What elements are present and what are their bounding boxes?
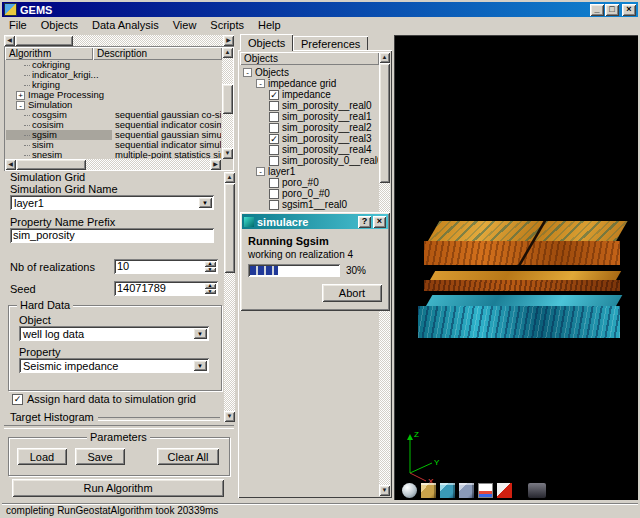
objects-tree-item[interactable]: -impedance grid [241, 78, 378, 89]
algorithm-list-hscrollbar[interactable]: ◀ ▶ [5, 159, 221, 170]
algorithm-row[interactable]: sgsimsequential gaussian simulation [6, 130, 221, 140]
algorithm-row[interactable]: sisimsequential indicator simulation [6, 140, 221, 150]
object-combobox[interactable]: well log data ▼ [19, 326, 209, 341]
menu-item-file[interactable]: File [2, 18, 34, 32]
export-icon[interactable] [497, 483, 512, 498]
menu-item-data-analysis[interactable]: Data Analysis [85, 18, 166, 32]
objects-tree-item[interactable]: -Objects [241, 67, 378, 78]
help-button[interactable]: ? [358, 216, 371, 228]
algorithm-row[interactable]: -Simulation [6, 100, 221, 110]
dialog-close-button[interactable]: × [373, 216, 386, 228]
scrollbar-track[interactable] [222, 58, 233, 148]
close-button[interactable]: × [622, 4, 636, 16]
algorithm-row[interactable]: cosgsimsequential gaussian co-simulation [6, 110, 221, 120]
chevron-down-icon[interactable]: ▼ [198, 197, 212, 208]
scroll-down-icon[interactable]: ▼ [222, 148, 233, 159]
clear-all-button[interactable]: Clear All [157, 448, 219, 465]
menu-item-view[interactable]: View [166, 18, 204, 32]
item-checkbox[interactable] [269, 101, 279, 111]
item-checkbox[interactable] [269, 178, 279, 188]
cube-gray-icon[interactable] [459, 483, 474, 498]
item-checkbox[interactable] [269, 189, 279, 199]
run-algorithm-button[interactable]: Run Algorithm [12, 479, 224, 497]
prefix-input[interactable] [10, 228, 214, 241]
menu-item-objects[interactable]: Objects [34, 18, 85, 32]
snapshot-icon[interactable] [478, 483, 493, 498]
scrollbar-thumb[interactable] [379, 63, 390, 183]
cube-blue-icon[interactable] [440, 483, 455, 498]
objects-tree-item[interactable]: sim_porosity__real4 [241, 144, 378, 155]
column-header-algorithm[interactable]: Algorithm [5, 47, 93, 60]
globe-icon[interactable] [402, 483, 417, 498]
tree-expander-icon[interactable]: - [256, 167, 265, 176]
menu-item-help[interactable]: Help [251, 18, 288, 32]
scroll-right-icon[interactable]: ▶ [210, 159, 221, 170]
tab-preferences[interactable]: Preferences [293, 36, 368, 51]
tree-expander-icon[interactable]: - [16, 101, 25, 110]
objects-tree-item[interactable]: poro_#0 [241, 177, 378, 188]
scrollbar-thumb[interactable] [16, 159, 86, 170]
chevron-down-icon[interactable]: ▼ [193, 328, 207, 339]
tree-expander-icon[interactable]: + [16, 91, 25, 100]
scrollbar-thumb[interactable] [222, 84, 233, 114]
minimize-button[interactable]: _ [590, 4, 604, 16]
spin-down-icon[interactable]: ▼ [204, 267, 216, 273]
tree-expander-icon[interactable]: - [243, 68, 252, 77]
assign-checkbox[interactable]: ✓ [12, 394, 23, 405]
save-button[interactable]: Save [75, 448, 125, 465]
scroll-right-icon[interactable]: ▶ [223, 35, 234, 46]
item-checkbox[interactable] [269, 200, 279, 210]
algorithm-row[interactable]: cosisimsequential indicator cosimulation [6, 120, 221, 130]
maximize-button[interactable]: □ [605, 4, 619, 16]
item-checkbox[interactable] [269, 123, 279, 133]
seed-input[interactable] [114, 281, 200, 294]
algorithm-row[interactable]: cokriging [6, 60, 221, 70]
camera-icon[interactable] [528, 483, 546, 498]
scroll-up-icon[interactable]: ▲ [379, 52, 390, 63]
assign-checkbox-row[interactable]: ✓ Assign hard data to simulation grid [12, 393, 196, 405]
property-combobox[interactable]: Seismic impedance ▼ [19, 358, 209, 373]
item-checkbox[interactable]: ✓ [269, 134, 279, 144]
item-checkbox[interactable] [269, 112, 279, 122]
objects-tree-item[interactable]: sgsim1__real0 [241, 199, 378, 210]
dialog-title-bar[interactable]: simulacre ? × [242, 214, 388, 229]
tab-objects[interactable]: Objects [240, 34, 293, 51]
menu-item-scripts[interactable]: Scripts [203, 18, 251, 32]
algorithm-row[interactable]: +Image Processing [6, 90, 221, 100]
viewport-3d[interactable]: Z Y X [394, 35, 638, 500]
objects-tree-item[interactable]: sim_porosity__real2 [241, 122, 378, 133]
item-checkbox[interactable] [269, 145, 279, 155]
algorithm-row[interactable]: kriging [6, 80, 221, 90]
scroll-up-icon[interactable]: ▲ [222, 47, 233, 58]
algorithm-list-vscrollbar[interactable]: ▲ ▼ [222, 47, 233, 159]
abort-button[interactable]: Abort [322, 284, 382, 302]
item-checkbox[interactable] [269, 156, 279, 166]
scroll-left-icon[interactable]: ◀ [5, 159, 16, 170]
objects-tree-item[interactable]: -layer1 [241, 166, 378, 177]
algorithm-row[interactable]: snesimmultiple-point statistics simulati… [6, 150, 221, 159]
objects-tree-item[interactable]: poro_0_#0 [241, 188, 378, 199]
objects-tree-item[interactable]: sim_porosity__real1 [241, 111, 378, 122]
chevron-down-icon[interactable]: ▼ [193, 360, 207, 371]
load-button[interactable]: Load [17, 448, 67, 465]
scrollbar-thumb[interactable] [15, 35, 73, 46]
realizations-input[interactable] [114, 259, 200, 272]
item-checkbox[interactable]: ✓ [269, 90, 279, 100]
title-bar[interactable]: GEMS _ □ × [2, 2, 638, 17]
objects-panel-header[interactable]: Objects [240, 52, 379, 65]
tree-expander-icon[interactable]: - [256, 79, 265, 88]
scrollbar-track[interactable] [15, 35, 223, 46]
objects-tree-item[interactable]: sim_porosity_0__real0 [241, 155, 378, 166]
scroll-down-icon[interactable]: ▼ [379, 485, 390, 496]
grid-name-combobox[interactable]: layer1 ▼ [10, 195, 214, 210]
objects-tree-item[interactable]: ✓sim_porosity__real3 [241, 133, 378, 144]
scroll-left-icon[interactable]: ◀ [4, 35, 15, 46]
panel-top-scrollbar[interactable]: ◀ ▶ [4, 35, 234, 46]
algorithm-row[interactable]: indicator_krigi... [6, 70, 221, 80]
objects-tree-item[interactable]: sim_porosity__real0 [241, 100, 378, 111]
spin-down-icon[interactable]: ▼ [204, 289, 216, 295]
column-header-description[interactable]: Description [93, 47, 222, 60]
scrollbar-track[interactable] [16, 159, 210, 170]
objects-tree-item[interactable]: ✓impedance [241, 89, 378, 100]
cube-yellow-icon[interactable] [421, 483, 436, 498]
